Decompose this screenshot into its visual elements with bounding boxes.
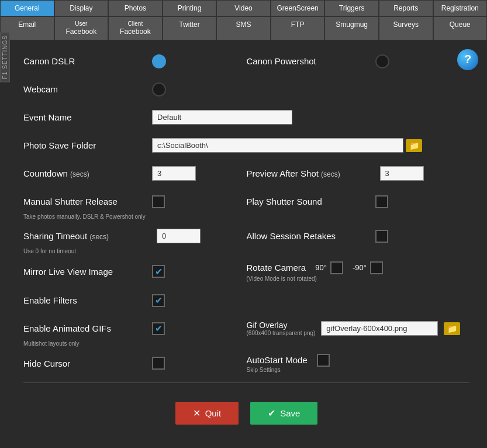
tab-general[interactable]: General	[0, 0, 54, 16]
countdown-label: Countdown (secs)	[23, 168, 152, 178]
photo-save-folder-label: Photo Save Folder	[23, 140, 152, 150]
animated-gifs-row: Enable Animated GIFs ✔ Gif Overlay (600x…	[23, 319, 469, 338]
tab-sms[interactable]: SMS	[216, 16, 271, 40]
tab-triggers[interactable]: Triggers	[324, 0, 379, 16]
enable-filters-row: Enable Filters ✔	[23, 291, 469, 310]
tab-surveys[interactable]: Surveys	[379, 16, 433, 40]
save-label: Save	[280, 408, 300, 418]
countdown-row: Countdown (secs) Preview After Shot (sec…	[23, 164, 469, 183]
photo-save-folder-input[interactable]	[152, 138, 403, 153]
manual-shutter-row: Manual Shutter Release Play Shutter Soun…	[23, 192, 469, 211]
tab-photos[interactable]: Photos	[108, 0, 163, 16]
manual-shutter-label: Manual Shutter Release	[23, 197, 152, 206]
allow-session-retakes-label: Allow Session Retakes	[247, 231, 375, 241]
sharing-timeout-input[interactable]	[157, 229, 201, 243]
enable-filters-label: Enable Filters	[23, 295, 152, 305]
camera-type-row: Canon DSLR Canon Powershot	[23, 52, 469, 71]
quit-label: Quit	[205, 408, 222, 418]
event-name-row: Event Name	[23, 108, 469, 127]
gif-overlay-sub: (600x400 transparent png)	[247, 330, 316, 336]
mirror-live-view-row: Mirror Live View Image ✔ Rotate Camera 9…	[23, 261, 469, 282]
play-shutter-sound-label: Play Shutter Sound	[247, 197, 375, 206]
hide-cursor-checkbox[interactable]	[152, 357, 165, 370]
mirror-live-view-label: Mirror Live View Image	[23, 267, 152, 277]
rotate-neg90-checkbox[interactable]	[370, 261, 383, 274]
tab-smugmug[interactable]: Smugmug	[324, 16, 379, 40]
help-icon: ?	[464, 53, 471, 66]
tab-display[interactable]: Display	[54, 0, 109, 16]
save-icon: ✔	[268, 408, 275, 419]
tab-reports[interactable]: Reports	[379, 0, 433, 16]
tab-queue[interactable]: Queue	[433, 16, 488, 40]
autostart-mode-label: AutoStart Mode	[247, 355, 308, 365]
tab-bar: General Display Photos Printing Video Gr…	[0, 0, 487, 40]
quit-button[interactable]: ✕ Quit	[175, 402, 239, 425]
manual-shutter-checkbox[interactable]	[152, 195, 165, 208]
preview-after-shot-label: Preview After Shot (secs)	[247, 168, 375, 178]
canon-powershot-radio[interactable]	[375, 54, 389, 68]
tab-greenscreen[interactable]: GreenScreen	[271, 0, 325, 16]
autostart-mode-sub: Skip Settings	[247, 367, 281, 373]
help-button[interactable]: ?	[457, 49, 478, 70]
webcam-row: Webcam	[23, 80, 469, 99]
tab-client-facebook[interactable]: Client Facebook	[108, 16, 163, 40]
gif-overlay-label: Gif Overlay	[247, 321, 316, 330]
countdown-input[interactable]	[152, 166, 196, 181]
rotate-neg90-label: -90°	[353, 263, 367, 272]
enable-animated-gifs-checkbox[interactable]: ✔	[152, 322, 165, 335]
quit-icon: ✕	[193, 408, 201, 419]
enable-animated-gifs-label: Enable Animated GIFs	[23, 323, 152, 333]
tab-row-1: General Display Photos Printing Video Gr…	[0, 0, 487, 16]
hide-cursor-label: Hide Cursor	[23, 359, 152, 368]
mirror-live-view-checkbox[interactable]: ✔	[152, 265, 165, 278]
rotate-90-label: 90°	[315, 263, 327, 272]
settings-badge: F1 SETTINGS	[0, 32, 10, 82]
rotate-90-checkbox[interactable]	[330, 261, 343, 274]
tab-ftp[interactable]: FTP	[271, 16, 325, 40]
countdown-secs: (secs)	[70, 170, 89, 178]
canon-powershot-label: Canon Powershot	[247, 56, 375, 66]
webcam-label: Webcam	[23, 84, 152, 94]
main-content: ? Canon DSLR Canon Powershot Webcam Even…	[0, 40, 487, 446]
allow-session-retakes-checkbox[interactable]	[375, 230, 388, 243]
play-shutter-sound-checkbox[interactable]	[375, 195, 388, 208]
photo-save-folder-browse-icon[interactable]: 📁	[406, 139, 422, 152]
tab-user-facebook[interactable]: User Facebook	[54, 16, 109, 40]
sharing-timeout-row: Sharing Timeout (secs) Allow Session Ret…	[23, 227, 469, 246]
tab-row-2: Email User Facebook Client Facebook Twit…	[0, 16, 487, 40]
event-name-label: Event Name	[23, 112, 152, 122]
animated-gifs-sub: Multishot layouts only	[23, 340, 469, 347]
sharing-timeout-sub: Use 0 for no timeout	[23, 248, 469, 254]
tab-registration[interactable]: Registration	[433, 0, 488, 16]
preview-secs: (secs)	[321, 170, 340, 178]
hide-cursor-row: Hide Cursor AutoStart Mode Skip Settings	[23, 354, 469, 373]
rotate-camera-sub: (Video Mode is not rotated)	[247, 275, 317, 282]
autostart-mode-checkbox[interactable]	[317, 354, 330, 367]
manual-shutter-sub: Take photos manually. DSLR & Powershot o…	[23, 213, 469, 220]
photo-save-folder-row: Photo Save Folder 📁	[23, 136, 469, 155]
gif-overlay-input[interactable]	[321, 321, 438, 336]
event-name-input[interactable]	[152, 110, 292, 125]
gif-overlay-browse-icon[interactable]: 📁	[444, 322, 460, 335]
rotate-camera-label: Rotate Camera	[247, 263, 306, 273]
bottom-bar: ✕ Quit ✔ Save	[23, 392, 469, 434]
tab-printing[interactable]: Printing	[163, 0, 217, 16]
rotate-camera-group: 90° -90°	[309, 261, 389, 274]
enable-filters-checkbox[interactable]: ✔	[152, 294, 165, 307]
divider	[23, 382, 469, 383]
sharing-timeout-label: Sharing Timeout (secs)	[23, 231, 152, 241]
tab-video[interactable]: Video	[216, 0, 271, 16]
preview-after-shot-input[interactable]	[380, 166, 424, 181]
webcam-radio[interactable]	[152, 82, 166, 97]
canon-dslr-radio[interactable]	[152, 54, 166, 68]
save-button[interactable]: ✔ Save	[250, 402, 317, 425]
canon-dslr-label: Canon DSLR	[23, 56, 152, 66]
tab-twitter[interactable]: Twitter	[163, 16, 217, 40]
